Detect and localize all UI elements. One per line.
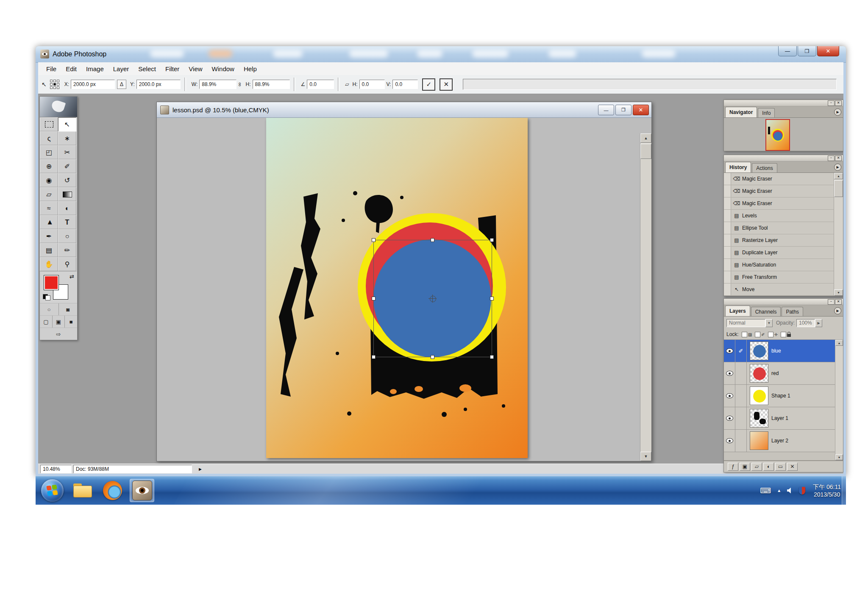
swap-colors-icon[interactable]: ⇄ — [70, 273, 74, 280]
transform-handle-sw[interactable] — [372, 355, 376, 359]
tab-channels[interactable]: Channels — [751, 307, 781, 316]
palette-collapse-button[interactable]: − — [828, 156, 835, 161]
toolbox-banner[interactable] — [40, 97, 77, 117]
lock-all-checkbox[interactable] — [781, 332, 786, 337]
close-button[interactable]: ✕ — [817, 46, 839, 56]
window-titlebar[interactable]: Adobe Photoshop — ❐ ✕ — [36, 46, 846, 63]
quick-mask-mode-button[interactable]: ◙ — [59, 303, 78, 315]
menu-layer[interactable]: Layer — [108, 65, 134, 72]
history-state-row[interactable]: ⌫Magic Eraser — [724, 173, 834, 185]
link-column[interactable] — [735, 362, 747, 384]
palette-menu-button[interactable]: ▶ — [834, 164, 841, 171]
menu-select[interactable]: Select — [134, 65, 161, 72]
menu-file[interactable]: File — [42, 65, 61, 72]
keyboard-ime-icon[interactable]: ⌨ — [760, 486, 771, 495]
blend-mode-dropdown[interactable]: Normal — [726, 319, 765, 327]
visibility-toggle[interactable] — [724, 362, 735, 384]
magic-wand-tool[interactable]: ∗ — [58, 131, 76, 145]
fullscreen-menubar-button[interactable]: ▣ — [53, 316, 65, 328]
menu-view[interactable]: View — [184, 65, 207, 72]
scroll-up-arrow[interactable]: ▲ — [835, 340, 843, 346]
standard-screen-button[interactable]: ▢ — [40, 316, 53, 328]
taskbar-firefox-button[interactable] — [100, 479, 125, 502]
layer-row-shape1[interactable]: Shape 1 — [724, 385, 835, 407]
palette-collapse-button[interactable]: − — [828, 100, 835, 106]
status-flyout-arrow[interactable]: ► — [198, 467, 203, 472]
show-hidden-icons-arrow[interactable]: ▲ — [777, 488, 781, 493]
history-state-row[interactable]: ▤Duplicate Layer — [724, 247, 834, 259]
clone-stamp-tool[interactable]: ◉ — [40, 173, 58, 187]
layer-name[interactable]: Layer 1 — [771, 415, 788, 421]
visibility-toggle[interactable] — [724, 407, 735, 429]
layer-name[interactable]: Shape 1 — [771, 393, 790, 399]
fullscreen-button[interactable]: ■ — [65, 316, 77, 328]
default-colors-icon[interactable] — [43, 294, 50, 300]
palette-collapse-button[interactable]: − — [828, 299, 835, 305]
rotate-field[interactable]: 0.0 — [307, 80, 334, 89]
link-column[interactable] — [735, 385, 747, 407]
scroll-up-arrow[interactable]: ▲ — [834, 173, 843, 179]
history-state-row[interactable]: ▤Rasterize Layer — [724, 234, 834, 247]
relative-position-toggle[interactable]: Δ — [117, 80, 126, 89]
taskbar-clock[interactable]: 下午 06:11 2013/5/30 — [813, 483, 841, 498]
skew-h-field[interactable]: 0.0 — [359, 80, 385, 89]
skew-v-field[interactable]: 0.0 — [392, 80, 418, 89]
doc-restore-button[interactable]: ❐ — [615, 105, 632, 115]
tab-layers[interactable]: Layers — [725, 306, 750, 316]
eraser-tool[interactable]: ▱ — [40, 187, 58, 201]
transform-handle-s[interactable] — [431, 355, 434, 359]
document-titlebar[interactable]: lesson.psd @ 10.5% (blue,CMYK) — ❐ ✕ — [157, 102, 651, 118]
scroll-down-arrow[interactable]: ▼ — [835, 454, 843, 460]
y-position-field[interactable]: 2000.0 px — [136, 80, 181, 89]
layer-thumbnail[interactable] — [750, 431, 768, 450]
opacity-slider-arrow[interactable]: ▶ — [815, 319, 822, 327]
jump-to-imageready-button[interactable]: ⇨ — [40, 328, 77, 340]
rectangular-marquee-tool[interactable] — [40, 117, 58, 131]
blend-mode-dropdown-arrow[interactable]: ▼ — [765, 319, 773, 327]
start-button[interactable] — [41, 479, 64, 502]
scroll-up-arrow[interactable]: ▲ — [640, 133, 651, 143]
transform-handle-e[interactable] — [490, 297, 494, 300]
layer-row-layer1[interactable]: Layer 1 — [724, 407, 835, 430]
commit-transform-button[interactable]: ✓ — [422, 78, 435, 91]
palette-close-button[interactable]: ✕ — [835, 299, 842, 305]
delete-layer-button[interactable]: ✕ — [787, 463, 798, 471]
doc-minimize-button[interactable]: — — [598, 105, 614, 115]
transform-handle-se[interactable] — [490, 355, 494, 359]
transform-handle-nw[interactable] — [372, 238, 376, 242]
history-source-well[interactable] — [724, 259, 731, 271]
layer-row-blue[interactable]: ✐ blue — [724, 340, 835, 362]
zoom-tool[interactable]: ⚲ — [58, 257, 76, 271]
history-source-well[interactable] — [724, 283, 731, 295]
taskbar-explorer-button[interactable] — [70, 479, 95, 502]
transform-reference-point[interactable] — [430, 296, 436, 302]
history-state-row[interactable]: ▤Hue/Saturation — [724, 259, 834, 271]
healing-brush-tool[interactable]: ⊕ — [40, 159, 58, 173]
scroll-down-arrow[interactable]: ▼ — [640, 452, 651, 461]
tab-history[interactable]: History — [725, 162, 751, 172]
pen-tool[interactable]: ✒ — [40, 229, 58, 243]
layer-name[interactable]: red — [771, 370, 779, 376]
history-state-row[interactable]: ▤Ellipse Tool — [724, 222, 834, 234]
visibility-toggle[interactable] — [724, 430, 735, 452]
blur-tool[interactable]: ≈ — [40, 201, 58, 215]
crop-tool[interactable]: ◰ — [40, 145, 58, 159]
foreground-color-swatch[interactable] — [44, 275, 59, 290]
add-layer-mask-button[interactable]: ▣ — [740, 463, 750, 471]
transform-handle-ne[interactable] — [490, 238, 494, 242]
history-source-well[interactable] — [724, 271, 731, 283]
adjustment-layer-button[interactable]: ◐ — [763, 463, 774, 471]
opacity-field[interactable]: 100% — [796, 319, 815, 327]
link-column[interactable] — [735, 407, 747, 429]
history-state-row[interactable]: ▤Free Transform — [724, 271, 834, 283]
new-layer-set-button[interactable]: ▱ — [751, 463, 762, 471]
action-center-flag-icon[interactable] — [799, 487, 805, 495]
lasso-tool[interactable]: ς — [40, 131, 58, 145]
path-selection-tool[interactable]: ▶ — [40, 215, 58, 229]
show-desktop-button[interactable] — [842, 476, 846, 505]
lock-pixels-checkbox[interactable] — [755, 332, 760, 337]
layer-thumbnail[interactable] — [750, 364, 768, 383]
layer-thumbnail[interactable] — [750, 342, 768, 360]
slice-tool[interactable]: ✂ — [58, 145, 76, 159]
menu-image[interactable]: Image — [81, 65, 108, 72]
